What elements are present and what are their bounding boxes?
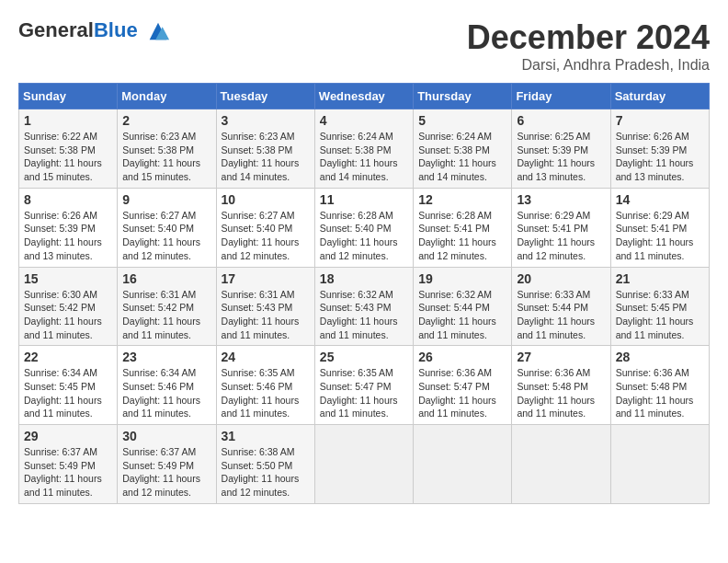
calendar-cell: 28 Sunrise: 6:36 AMSunset: 5:48 PMDaylig… [610,346,709,425]
logo-icon [145,18,171,44]
calendar-cell: 5 Sunrise: 6:24 AMSunset: 5:38 PMDayligh… [414,109,512,189]
calendar-header-friday: Friday [512,84,610,109]
day-number: 1 [24,113,112,128]
day-detail: Sunrise: 6:34 AMSunset: 5:45 PMDaylight:… [24,367,102,419]
calendar-cell: 9 Sunrise: 6:27 AMSunset: 5:40 PMDayligh… [118,188,216,267]
calendar-cell [414,425,512,504]
day-detail: Sunrise: 6:33 AMSunset: 5:45 PMDaylight:… [616,289,694,340]
day-detail: Sunrise: 6:35 AMSunset: 5:47 PMDaylight:… [320,367,398,419]
calendar-cell: 6 Sunrise: 6:25 AMSunset: 5:39 PMDayligh… [512,109,610,189]
calendar-cell: 7 Sunrise: 6:26 AMSunset: 5:39 PMDayligh… [610,109,709,189]
day-number: 19 [418,271,506,286]
calendar-cell: 1 Sunrise: 6:22 AMSunset: 5:38 PMDayligh… [19,109,118,189]
calendar-week-5: 29 Sunrise: 6:37 AMSunset: 5:49 PMDaylig… [19,425,710,504]
logo-general-text: General [18,18,94,41]
day-detail: Sunrise: 6:37 AMSunset: 5:49 PMDaylight:… [122,446,200,498]
calendar-cell: 10 Sunrise: 6:27 AMSunset: 5:40 PMDaylig… [216,188,314,267]
day-number: 22 [24,350,112,364]
day-number: 25 [320,350,408,364]
calendar-header-sunday: Sunday [19,84,118,109]
calendar-header-thursday: Thursday [414,84,512,109]
day-number: 13 [517,192,605,207]
day-detail: Sunrise: 6:36 AMSunset: 5:47 PMDaylight:… [418,367,496,419]
calendar-cell: 3 Sunrise: 6:23 AMSunset: 5:38 PMDayligh… [216,109,314,189]
day-number: 24 [222,350,310,364]
calendar-body: 1 Sunrise: 6:22 AMSunset: 5:38 PMDayligh… [19,109,710,504]
day-number: 15 [24,271,112,286]
calendar-cell: 30 Sunrise: 6:37 AMSunset: 5:49 PMDaylig… [118,425,216,504]
calendar-cell: 21 Sunrise: 6:33 AMSunset: 5:45 PMDaylig… [610,267,709,346]
day-detail: Sunrise: 6:27 AMSunset: 5:40 PMDaylight:… [122,210,200,261]
day-detail: Sunrise: 6:28 AMSunset: 5:41 PMDaylight:… [418,210,496,261]
day-detail: Sunrise: 6:32 AMSunset: 5:44 PMDaylight:… [418,289,496,340]
day-detail: Sunrise: 6:26 AMSunset: 5:39 PMDaylight:… [24,210,102,261]
day-number: 2 [122,113,210,128]
calendar-cell: 27 Sunrise: 6:36 AMSunset: 5:48 PMDaylig… [512,346,610,425]
calendar-cell: 19 Sunrise: 6:32 AMSunset: 5:44 PMDaylig… [414,267,512,346]
calendar-cell: 8 Sunrise: 6:26 AMSunset: 5:39 PMDayligh… [19,188,118,267]
day-detail: Sunrise: 6:23 AMSunset: 5:38 PMDaylight:… [122,131,200,182]
day-detail: Sunrise: 6:29 AMSunset: 5:41 PMDaylight:… [517,210,595,261]
day-number: 5 [418,113,506,128]
day-detail: Sunrise: 6:33 AMSunset: 5:44 PMDaylight:… [517,289,595,340]
calendar-cell: 4 Sunrise: 6:24 AMSunset: 5:38 PMDayligh… [314,109,413,189]
logo-blue-text: Blue [94,18,138,41]
day-detail: Sunrise: 6:36 AMSunset: 5:48 PMDaylight:… [616,367,694,419]
day-detail: Sunrise: 6:25 AMSunset: 5:39 PMDaylight:… [517,131,595,182]
calendar-cell: 25 Sunrise: 6:35 AMSunset: 5:47 PMDaylig… [314,346,413,425]
day-detail: Sunrise: 6:36 AMSunset: 5:48 PMDaylight:… [517,367,595,419]
day-detail: Sunrise: 6:23 AMSunset: 5:38 PMDaylight:… [222,131,300,182]
day-detail: Sunrise: 6:34 AMSunset: 5:46 PMDaylight:… [122,367,200,419]
day-number: 26 [418,350,506,364]
day-detail: Sunrise: 6:32 AMSunset: 5:43 PMDaylight:… [320,289,398,340]
day-number: 29 [24,429,112,443]
calendar-cell: 14 Sunrise: 6:29 AMSunset: 5:41 PMDaylig… [610,188,709,267]
day-number: 16 [122,271,210,286]
calendar-week-3: 15 Sunrise: 6:30 AMSunset: 5:42 PMDaylig… [19,267,710,346]
day-number: 27 [517,350,605,364]
day-number: 20 [517,271,605,286]
calendar-cell: 26 Sunrise: 6:36 AMSunset: 5:47 PMDaylig… [414,346,512,425]
calendar-cell: 31 Sunrise: 6:38 AMSunset: 5:50 PMDaylig… [216,425,314,504]
day-detail: Sunrise: 6:22 AMSunset: 5:38 PMDaylight:… [24,131,102,182]
calendar-header-tuesday: Tuesday [216,84,314,109]
day-number: 23 [122,350,210,364]
calendar-cell [512,425,610,504]
calendar-cell: 23 Sunrise: 6:34 AMSunset: 5:46 PMDaylig… [118,346,216,425]
calendar-cell: 2 Sunrise: 6:23 AMSunset: 5:38 PMDayligh… [118,109,216,189]
day-number: 31 [222,429,310,443]
calendar-header-saturday: Saturday [610,84,709,109]
title-area: December 2024 Darsi, Andhra Pradesh, Ind… [467,18,710,74]
day-detail: Sunrise: 6:37 AMSunset: 5:49 PMDaylight:… [24,446,102,498]
day-number: 17 [222,271,310,286]
day-number: 18 [320,271,408,286]
day-number: 6 [517,113,605,128]
calendar-cell: 24 Sunrise: 6:35 AMSunset: 5:46 PMDaylig… [216,346,314,425]
location-subtitle: Darsi, Andhra Pradesh, India [467,57,710,74]
calendar-header-wednesday: Wednesday [314,84,413,109]
calendar-week-4: 22 Sunrise: 6:34 AMSunset: 5:45 PMDaylig… [19,346,710,425]
calendar-week-2: 8 Sunrise: 6:26 AMSunset: 5:39 PMDayligh… [19,188,710,267]
calendar-cell: 22 Sunrise: 6:34 AMSunset: 5:45 PMDaylig… [19,346,118,425]
day-number: 12 [418,192,506,207]
day-detail: Sunrise: 6:31 AMSunset: 5:43 PMDaylight:… [222,289,300,340]
calendar-table: SundayMondayTuesdayWednesdayThursdayFrid… [18,83,710,504]
day-number: 28 [616,350,704,364]
day-number: 10 [222,192,310,207]
day-detail: Sunrise: 6:24 AMSunset: 5:38 PMDaylight:… [418,131,496,182]
calendar-cell: 11 Sunrise: 6:28 AMSunset: 5:40 PMDaylig… [314,188,413,267]
calendar-cell [314,425,413,504]
day-number: 8 [24,192,112,207]
calendar-cell: 13 Sunrise: 6:29 AMSunset: 5:41 PMDaylig… [512,188,610,267]
calendar-cell: 12 Sunrise: 6:28 AMSunset: 5:41 PMDaylig… [414,188,512,267]
day-detail: Sunrise: 6:27 AMSunset: 5:40 PMDaylight:… [222,210,300,261]
day-detail: Sunrise: 6:31 AMSunset: 5:42 PMDaylight:… [122,289,200,340]
day-number: 4 [320,113,408,128]
logo: GeneralBlue [18,18,171,44]
day-number: 14 [616,192,704,207]
calendar-header-monday: Monday [118,84,216,109]
calendar-cell: 20 Sunrise: 6:33 AMSunset: 5:44 PMDaylig… [512,267,610,346]
day-detail: Sunrise: 6:24 AMSunset: 5:38 PMDaylight:… [320,131,398,182]
day-number: 9 [122,192,210,207]
calendar-cell: 15 Sunrise: 6:30 AMSunset: 5:42 PMDaylig… [19,267,118,346]
